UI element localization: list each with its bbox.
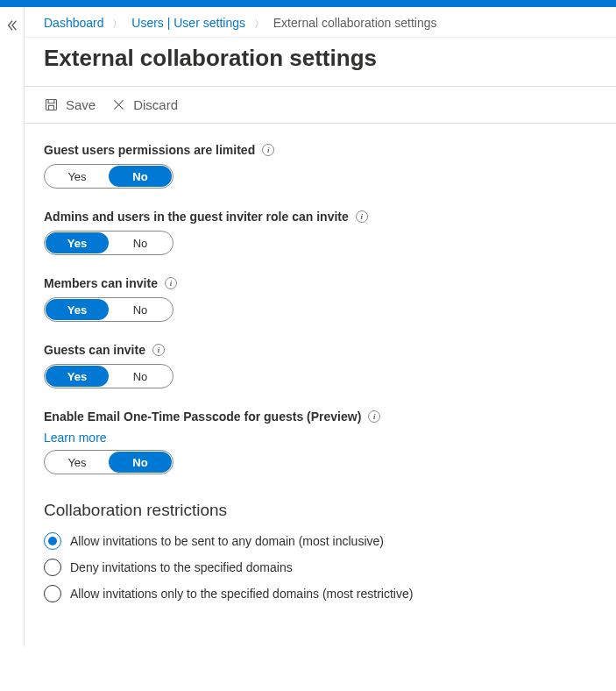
setting-label: Enable Email One-Time Passcode for guest… [44, 410, 597, 424]
toggle-yes[interactable]: Yes [46, 232, 109, 253]
radio-circle[interactable] [44, 585, 61, 602]
radio-option[interactable]: Allow invitations only to the specified … [44, 585, 597, 602]
setting-block: Admins and users in the guest inviter ro… [44, 210, 597, 255]
chevron-right-icon: 〉 [254, 18, 265, 30]
setting-block: Enable Email One-Time Passcode for guest… [44, 410, 597, 474]
breadcrumb-link[interactable]: Users | User settings [131, 16, 245, 30]
setting-block: Members can inviteiYesNo [44, 276, 597, 322]
settings-content: Guest users permissions are limitediYesN… [25, 124, 616, 646]
learn-more-link[interactable]: Learn more [44, 431, 107, 445]
yes-no-toggle[interactable]: YesNo [44, 231, 173, 255]
setting-block: Guest users permissions are limitediYesN… [44, 143, 597, 189]
toggle-no[interactable]: No [109, 166, 172, 187]
info-icon[interactable]: i [356, 210, 368, 223]
restrictions-heading: Collaboration restrictions [44, 501, 597, 520]
save-icon [44, 97, 59, 112]
setting-block: Guests can inviteiYesNo [44, 343, 597, 388]
close-icon [111, 97, 126, 112]
info-icon[interactable]: i [165, 277, 177, 289]
chevron-double-left-icon [6, 19, 18, 32]
toggle-yes[interactable]: Yes [46, 299, 109, 320]
yes-no-toggle[interactable]: YesNo [44, 164, 173, 189]
page-title: External collaboration settings [25, 38, 616, 86]
breadcrumb-link[interactable]: Dashboard [44, 16, 104, 30]
radio-dot [48, 537, 57, 545]
setting-label: Members can invitei [44, 276, 597, 290]
setting-label: Guests can invitei [44, 343, 597, 357]
yes-no-toggle[interactable]: YesNo [44, 450, 173, 474]
radio-circle[interactable] [44, 532, 61, 550]
radio-option[interactable]: Deny invitations to the specified domain… [44, 559, 597, 576]
azure-top-bar [0, 0, 616, 7]
svg-rect-1 [49, 105, 54, 110]
chevron-right-icon: 〉 [112, 18, 123, 30]
radio-label: Allow invitations only to the specified … [70, 587, 413, 601]
toggle-no[interactable]: No [109, 232, 172, 253]
svg-rect-0 [46, 100, 57, 110]
discard-button[interactable]: Discard [111, 97, 178, 112]
toggle-no[interactable]: No [109, 452, 172, 473]
radio-label: Deny invitations to the specified domain… [70, 560, 293, 574]
radio-circle[interactable] [44, 559, 61, 576]
info-icon[interactable]: i [368, 410, 380, 423]
radio-label: Allow invitations to be sent to any doma… [70, 534, 384, 548]
setting-label: Admins and users in the guest inviter ro… [44, 210, 597, 224]
toggle-yes[interactable]: Yes [46, 366, 109, 387]
info-icon[interactable]: i [152, 344, 165, 356]
toggle-no[interactable]: No [109, 366, 172, 387]
discard-label: Discard [133, 97, 178, 112]
radio-option[interactable]: Allow invitations to be sent to any doma… [44, 532, 597, 550]
setting-label-text: Guest users permissions are limited [44, 143, 255, 157]
toggle-yes[interactable]: Yes [46, 452, 109, 473]
toggle-no[interactable]: No [109, 299, 172, 320]
breadcrumb-current: External collaboration settings [273, 16, 437, 30]
save-button[interactable]: Save [44, 97, 96, 112]
setting-label-text: Enable Email One-Time Passcode for guest… [44, 410, 361, 424]
info-icon[interactable]: i [262, 144, 274, 156]
setting-label: Guest users permissions are limitedi [44, 143, 597, 157]
yes-no-toggle[interactable]: YesNo [44, 364, 173, 388]
toggle-yes[interactable]: Yes [46, 166, 109, 187]
collapse-rail[interactable] [0, 7, 25, 646]
setting-label-text: Admins and users in the guest inviter ro… [44, 210, 349, 224]
command-bar: Save Discard [25, 87, 616, 124]
save-label: Save [66, 97, 96, 112]
setting-label-text: Guests can invite [44, 343, 145, 357]
breadcrumb: Dashboard 〉 Users | User settings 〉 Exte… [25, 7, 616, 38]
yes-no-toggle[interactable]: YesNo [44, 297, 173, 322]
setting-label-text: Members can invite [44, 276, 158, 290]
main-panel: Dashboard 〉 Users | User settings 〉 Exte… [25, 7, 616, 646]
